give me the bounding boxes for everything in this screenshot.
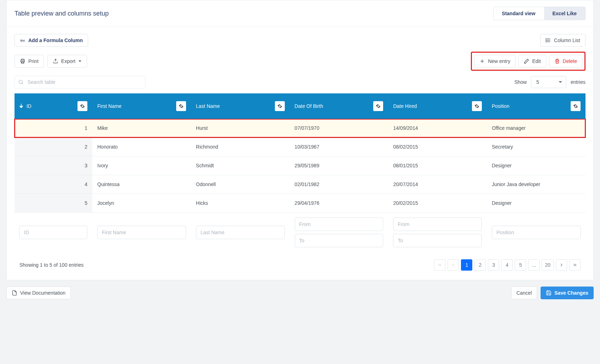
sort-desc-icon — [19, 103, 24, 109]
view-documentation-button[interactable]: View Documentation — [6, 287, 71, 299]
save-changes-button[interactable]: Save Changes — [541, 287, 594, 299]
table-row[interactable]: 5JocelynHicks29/04/197620/02/2015Designe… — [15, 194, 585, 213]
col-first-name-settings[interactable] — [176, 101, 186, 111]
filter-dob-to[interactable] — [295, 234, 383, 247]
delete-label: Delete — [563, 58, 577, 64]
col-first-name-label: First Name — [97, 103, 121, 109]
col-hired-label: Date Hired — [393, 103, 417, 109]
cell-position: Junior Java developer — [487, 175, 585, 194]
cell-id: 1 — [15, 119, 92, 138]
tab-standard-view[interactable]: Standard view — [494, 7, 544, 20]
cell-last-name: Schmidt — [191, 156, 290, 175]
cell-first-name: Mike — [92, 119, 191, 138]
plus-icon — [479, 58, 485, 64]
tab-excel-like[interactable]: Excel Like — [544, 7, 585, 20]
col-position-label: Position — [492, 103, 509, 109]
new-entry-label: New entry — [488, 58, 510, 64]
page-4[interactable]: 4 — [501, 259, 513, 271]
edit-label: Edit — [532, 58, 541, 64]
col-header-hired[interactable]: Date Hired — [388, 93, 487, 119]
table-row[interactable]: 3IvorySchmidt29/05/198908/01/2015Designe… — [15, 156, 585, 175]
col-header-last-name[interactable]: Last Name — [191, 93, 290, 119]
print-button[interactable]: Print — [15, 55, 44, 68]
filter-hired-from[interactable] — [393, 218, 482, 231]
col-header-id[interactable]: ID — [15, 93, 92, 119]
page-3[interactable]: 3 — [488, 259, 499, 271]
cell-first-name: Ivory — [92, 156, 191, 175]
col-dob-settings[interactable] — [373, 101, 383, 111]
filter-position[interactable] — [492, 226, 581, 239]
trash-icon — [554, 58, 560, 64]
col-header-position[interactable]: Position — [487, 93, 585, 119]
col-id-settings[interactable] — [77, 101, 87, 111]
col-hired-settings[interactable] — [472, 101, 482, 111]
filter-hired-to[interactable] — [393, 234, 482, 247]
table-row[interactable]: 4QuintessaOdonnell02/01/198220/07/2014Ju… — [15, 175, 585, 194]
page-prev[interactable] — [448, 259, 459, 271]
col-id-label: ID — [27, 103, 31, 109]
svg-point-6 — [546, 41, 546, 42]
cell-hired: 14/09/2014 — [388, 119, 487, 138]
svg-text:f(x): f(x) — [20, 39, 25, 42]
export-button[interactable]: Export — [47, 55, 87, 68]
search-input-wrap — [15, 76, 145, 88]
cell-first-name: Honorato — [92, 138, 191, 156]
page-last[interactable] — [569, 259, 581, 271]
page-ellipsis: ... — [528, 259, 540, 271]
cell-id: 2 — [15, 138, 92, 156]
table-row[interactable]: 2HonoratoRichmond10/03/196708/02/2015Sec… — [15, 138, 585, 156]
filter-first-name[interactable] — [97, 226, 186, 239]
cell-id: 5 — [15, 194, 92, 213]
export-label: Export — [61, 58, 75, 64]
filter-last-name[interactable] — [196, 226, 285, 239]
filter-id[interactable] — [19, 226, 87, 239]
caret-down-icon — [78, 59, 82, 63]
cell-hired: 20/02/2015 — [388, 194, 487, 213]
col-dob-label: Date Of Birth — [295, 103, 323, 109]
page-2[interactable]: 2 — [474, 259, 486, 271]
cell-last-name: Hicks — [191, 194, 290, 213]
print-label: Print — [28, 58, 39, 64]
cell-position: Office manager — [487, 119, 585, 138]
list-icon — [546, 37, 551, 43]
view-toggle: Standard view Excel Like — [493, 7, 585, 20]
col-header-dob[interactable]: Date Of Birth — [290, 93, 388, 119]
col-last-name-label: Last Name — [196, 103, 220, 109]
document-icon — [12, 290, 17, 296]
page-size-select[interactable]: 5 — [531, 76, 566, 88]
save-label: Save Changes — [554, 290, 588, 296]
cell-hired: 08/01/2015 — [388, 156, 487, 175]
cell-id: 3 — [15, 156, 92, 175]
svg-point-5 — [546, 40, 546, 40]
svg-line-13 — [22, 83, 23, 84]
page-first[interactable] — [434, 259, 445, 271]
export-icon — [53, 58, 58, 64]
cell-dob: 29/05/1989 — [290, 156, 388, 175]
cell-last-name: Odonnell — [191, 175, 290, 194]
svg-point-12 — [19, 80, 22, 83]
cell-hired: 08/02/2015 — [388, 138, 487, 156]
column-list-label: Column List — [554, 37, 580, 43]
table-row[interactable]: 1MikeHurst07/07/197014/09/2014Office man… — [15, 119, 585, 138]
cell-hired: 20/07/2014 — [388, 175, 487, 194]
cancel-button[interactable]: Cancel — [511, 287, 537, 299]
filter-dob-from[interactable] — [295, 218, 383, 231]
add-formula-label: Add a Formula Column — [28, 37, 83, 43]
cell-dob: 29/04/1976 — [290, 194, 388, 213]
page-next[interactable] — [556, 259, 567, 271]
add-formula-column-button[interactable]: f(x) Add a Formula Column — [15, 34, 88, 47]
col-last-name-settings[interactable] — [275, 101, 285, 111]
search-input[interactable] — [15, 76, 145, 88]
cell-last-name: Richmond — [191, 138, 290, 156]
new-entry-button[interactable]: New entry — [474, 55, 515, 68]
edit-button[interactable]: Edit — [518, 55, 546, 68]
cell-first-name: Quintessa — [92, 175, 191, 194]
column-list-button[interactable]: Column List — [540, 34, 585, 47]
page-1[interactable]: 1 — [461, 259, 472, 271]
page-title: Table preview and columns setup — [15, 10, 109, 17]
page-5[interactable]: 5 — [515, 259, 526, 271]
col-position-settings[interactable] — [571, 101, 581, 111]
delete-button[interactable]: Delete — [549, 55, 582, 68]
page-20[interactable]: 20 — [542, 259, 554, 271]
col-header-first-name[interactable]: First Name — [92, 93, 191, 119]
